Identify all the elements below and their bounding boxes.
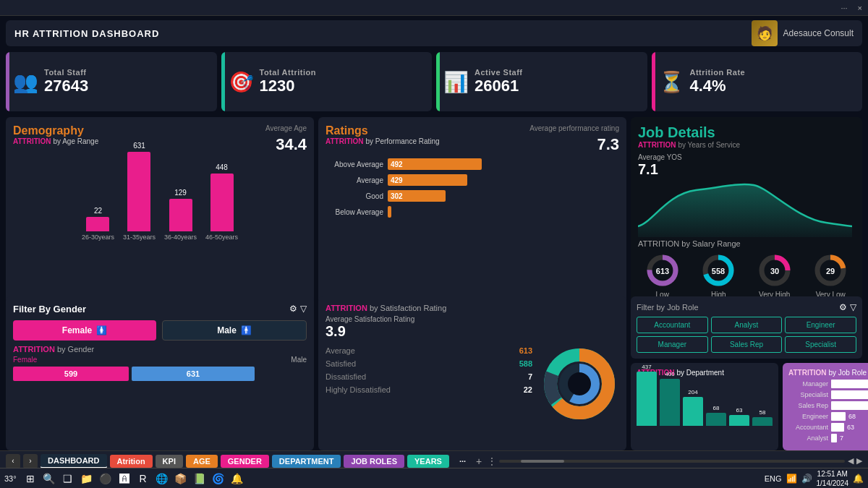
browser-button[interactable]: 🌐 — [154, 471, 170, 487]
wifi-icon: 📶 — [786, 474, 797, 484]
role-analyst[interactable]: Analyst — [711, 317, 783, 333]
demography-header: Demography ATTRITION by Age Range Averag… — [13, 124, 307, 154]
dept-bar-rect-1 — [660, 379, 680, 426]
jobrole-chart: ATTRITION by Job Role Manager 451 Specia… — [783, 363, 868, 450]
tab-dashboard[interactable]: DASHBOARD — [41, 454, 107, 468]
dept-val-3: 68 — [713, 405, 720, 411]
rating-bar-0: 492 — [388, 158, 482, 170]
tab-scroll-left[interactable]: ◀ — [848, 456, 854, 466]
dept-val-5: 58 — [760, 409, 766, 416]
demo-bar-val-0: 22 — [94, 207, 102, 215]
funnel-icon[interactable]: ⚙ — [289, 304, 297, 314]
dept-bar-rect-4 — [729, 415, 749, 426]
salary-high: 558 High — [700, 252, 736, 299]
jobrole-lbl-2: Sales Rep — [788, 402, 828, 409]
taskview-button[interactable]: ❑ — [60, 471, 76, 487]
demography-chart: 22 26-30years 631 31-35years 129 36-40ye… — [13, 154, 307, 241]
dept-bars: 437 400 204 — [637, 380, 773, 437]
tab-nav-prev[interactable]: ‹ — [6, 454, 20, 468]
dept-val-2: 204 — [688, 389, 697, 395]
close-icon[interactable]: × — [858, 4, 862, 12]
total-staff-icon: 👥 — [13, 70, 38, 94]
job-details-subtitle: ATTRITION by Years of Service — [638, 141, 855, 149]
app5-button[interactable]: 🔔 — [229, 471, 245, 487]
filter-icon[interactable]: ▽ — [300, 304, 307, 314]
female-button[interactable]: Female 🚺 — [13, 320, 156, 341]
tab-more[interactable]: ··· — [452, 455, 473, 468]
attrition-rate-value: 4.4% — [690, 77, 856, 95]
demo-bar-46-50: 448 46-50years — [205, 163, 238, 241]
role-accountant[interactable]: Accountant — [637, 317, 708, 333]
male-label: Male — [217, 325, 237, 335]
sat-attrition-label: ATTRITION — [326, 304, 367, 312]
dept-bar-rect-0 — [637, 372, 657, 426]
dept-bar-rect-2 — [683, 397, 703, 426]
tab-age[interactable]: AGE — [186, 455, 218, 468]
satisfaction-section: ATTRITION by Satisfaction Rating Average… — [318, 296, 626, 450]
demography-subtitle: ATTRITION by Age Range — [13, 137, 98, 145]
demo-bar-36-40: 129 36-40years — [164, 189, 197, 241]
job-filter-icons[interactable]: ⚙ ▽ — [839, 302, 856, 312]
ratings-by-label: by Performance Rating — [365, 137, 439, 145]
role-specialist[interactable]: Specialist — [785, 336, 856, 353]
filter-funnel-icon[interactable]: ▽ — [850, 302, 856, 312]
tab-department[interactable]: DEPARTMENT — [272, 455, 341, 468]
tab-attrition[interactable]: Atrition — [110, 455, 153, 468]
active-staff-info: Active Staff 26061 — [475, 68, 640, 95]
role-manager[interactable]: Manager — [637, 336, 708, 353]
filter-header: Filter by Job Role ⚙ ▽ — [637, 302, 856, 312]
jobrole-num-5: 7 — [840, 435, 843, 442]
tab-scrollbar[interactable] — [499, 460, 845, 463]
app3-button[interactable]: R — [135, 471, 151, 487]
tab-scroll-right[interactable]: ▶ — [856, 456, 862, 466]
tab-add-button[interactable]: + — [476, 455, 482, 467]
salary-low: 613 Low — [644, 252, 681, 299]
jobrole-lbl-0: Manager — [788, 380, 828, 388]
sat-lbl-2: Dissatisfied — [326, 372, 366, 381]
dept-bar-5: 58 — [752, 409, 773, 426]
jobrole-bar-5 — [831, 434, 837, 442]
tab-gender[interactable]: GENDER — [221, 455, 269, 468]
gender-filter-buttons[interactable]: Female 🚺 Male 🚹 — [13, 320, 307, 341]
gender-filter-icons[interactable]: ⚙ ▽ — [289, 304, 307, 314]
demography-title: Demography — [13, 124, 98, 137]
start-button[interactable]: ⊞ — [22, 471, 38, 487]
demo-bar-lbl-0: 26-30years — [82, 234, 114, 241]
clock: 12:51 AM 1/14/2024 — [817, 469, 849, 488]
app4-button[interactable]: 📦 — [173, 471, 189, 487]
window-menu-icon[interactable]: ··· — [841, 4, 847, 12]
rating-lbl-1: Average — [326, 176, 383, 184]
excel-button[interactable]: 📗 — [192, 471, 208, 487]
notification-icon[interactable]: 🔔 — [853, 474, 864, 484]
tab-years[interactable]: YEARS — [407, 455, 449, 468]
jobrole-bar-4 — [831, 423, 844, 432]
window-controls[interactable]: ··· × — [841, 4, 862, 12]
kpi-active-staff: 📊 Active Staff 26061 — [436, 52, 647, 111]
tab-menu-button[interactable]: ⋮ — [488, 456, 496, 466]
role-engineer[interactable]: Engineer — [785, 317, 856, 333]
avatar-image: 🧑 — [752, 20, 778, 46]
bottom-charts: ATTRITION by Department 437 400 — [631, 363, 862, 450]
ratings-subtitle: ATTRITION by Performance Rating — [326, 137, 440, 145]
search-button[interactable]: 🔍 — [41, 471, 57, 487]
volume-icon: 🔊 — [801, 474, 812, 484]
donut-very-high: 30 — [757, 252, 793, 288]
sat-lbl-3: Highly Dissatisfied — [326, 385, 391, 394]
rating-row-below-avg: Below Average — [326, 206, 619, 218]
role-sales-rep[interactable]: Sales Rep — [711, 336, 783, 353]
explorer-button[interactable]: 📁 — [79, 471, 95, 487]
tab-nav-next[interactable]: › — [23, 454, 38, 468]
main-content: HR ATTRITION DASHBOARD 🧑 Adesauce Consul… — [0, 16, 868, 448]
total-attrition-value: 1230 — [260, 77, 425, 95]
attrition-rate-info: Attrition Rate 4.4% — [690, 68, 856, 95]
tab-job-roles[interactable]: JOB ROLES — [344, 455, 404, 468]
role-buttons[interactable]: Accountant Analyst Engineer Manager Sale… — [637, 317, 856, 353]
app1-button[interactable]: ⚫ — [98, 471, 114, 487]
edge-button[interactable]: 🌀 — [210, 471, 226, 487]
settings-icon[interactable]: ⚙ — [839, 302, 847, 312]
app2-button[interactable]: 🅰 — [116, 471, 132, 487]
male-button[interactable]: Male 🚹 — [162, 320, 307, 341]
tab-kpi[interactable]: KPI — [156, 455, 183, 468]
dept-bar-rect-3 — [706, 413, 726, 426]
ratings-attrition-label: ATTRITION — [326, 137, 364, 145]
